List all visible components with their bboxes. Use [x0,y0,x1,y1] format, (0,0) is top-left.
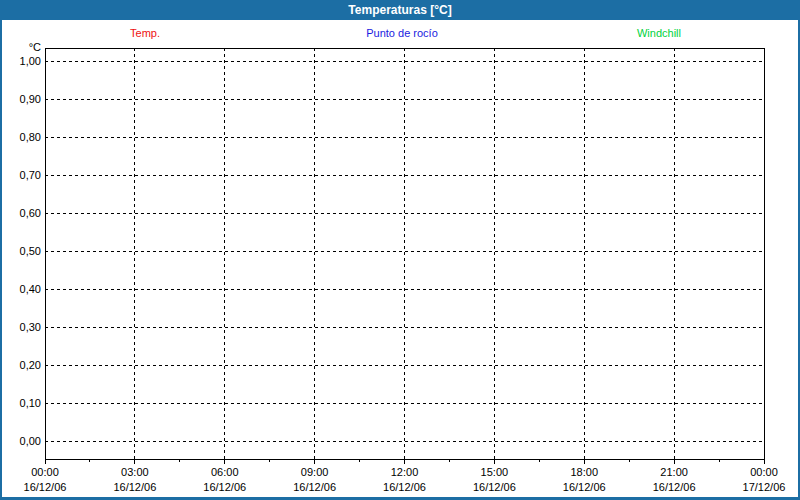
x-tick-date-label: 16/12/06 [653,481,696,493]
x-tick-time-label: 12:00 [391,466,419,478]
x-tick-time-label: 00:00 [750,466,778,478]
y-tick-label: 0,00 [20,435,41,447]
y-tick-label: 0,50 [20,245,41,257]
x-tick-time-label: 15:00 [481,466,509,478]
y-axis-unit-label: °C [29,41,41,53]
y-tick-label: 0,80 [20,131,41,143]
x-tick-time-label: 09:00 [301,466,329,478]
x-tick-time-label: 06:00 [211,466,239,478]
x-tick-date-label: 16/12/06 [24,481,67,493]
chart-window: Temperaturas [°C] Temp.Punto de rocíoWin… [0,0,800,500]
x-tick-date-label: 16/12/06 [563,481,606,493]
y-tick-label: 0,30 [20,321,41,333]
y-tick-label: 0,20 [20,359,41,371]
x-tick-time-label: 18:00 [570,466,598,478]
chart-plot-area: 1,000,900,800,700,600,500,400,300,200,10… [2,0,800,500]
y-tick-label: 0,70 [20,169,41,181]
x-tick-date-label: 17/12/06 [743,481,786,493]
x-tick-time-label: 21:00 [660,466,688,478]
y-tick-label: 0,60 [20,207,41,219]
x-tick-time-label: 03:00 [121,466,149,478]
x-tick-date-label: 16/12/06 [473,481,516,493]
x-tick-time-label: 00:00 [31,466,59,478]
x-tick-date-label: 16/12/06 [383,481,426,493]
x-tick-date-label: 16/12/06 [203,481,246,493]
x-tick-date-label: 16/12/06 [113,481,156,493]
y-tick-label: 0,40 [20,283,41,295]
y-tick-label: 0,90 [20,93,41,105]
y-tick-label: 0,10 [20,397,41,409]
x-tick-date-label: 16/12/06 [293,481,336,493]
y-tick-label: 1,00 [20,55,41,67]
